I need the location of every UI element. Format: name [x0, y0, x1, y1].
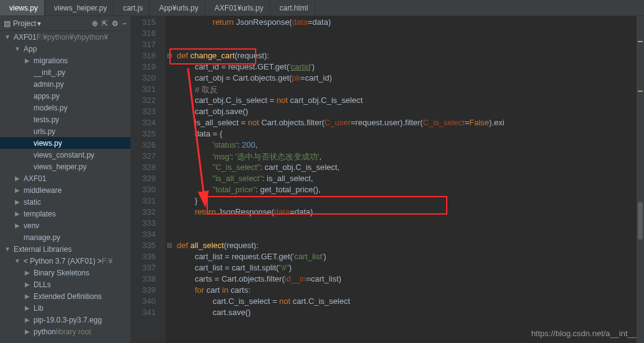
tree-twistie[interactable]: ▼ [4, 33, 11, 40]
tree-item-DLLs[interactable]: ▶DLLs [0, 278, 130, 290]
code-line[interactable]: for cart in carts: [177, 285, 251, 295]
code-line[interactable]: 'msg': '选中与否状态改变成功', [177, 151, 321, 163]
tab-cart-html[interactable]: Hcart.html [271, 0, 315, 16]
code-line[interactable]: cart_obj.C_is_select = not cart_obj.C_is… [177, 96, 363, 105]
tree-item-AXF01[interactable]: ▶AXF01 [0, 172, 130, 184]
tab-cart-js[interactable]: JScart.js [114, 0, 150, 16]
project-tree[interactable]: ▼AXF01 F:¥python¥yhpython¥▼App▶migration… [0, 31, 130, 343]
tree-twistie[interactable]: ▼ [14, 45, 21, 52]
tree-item-templates[interactable]: ▶templates [0, 208, 130, 220]
tree-label: views_constant.py [34, 151, 94, 159]
line-number: 341 [131, 308, 156, 317]
tab-App-urls-py[interactable]: PYApp¥urls.py [150, 0, 205, 16]
scroll-thumb[interactable] [638, 202, 643, 239]
tree-twistie[interactable]: ▶ [24, 293, 31, 300]
collapse-icon[interactable]: ⇱ [102, 19, 108, 28]
tree-label: Extended Definitions [34, 292, 102, 301]
code-line[interactable]: cart_list = cart_list.split("#") [177, 263, 292, 272]
tab-views_heiper-py[interactable]: PYviews_heiper.py [45, 0, 114, 16]
highlight-box-1 [169, 48, 256, 65]
tree-label: DLLs [34, 280, 51, 289]
tree-suffix: F:¥python¥yhpython¥ [37, 33, 108, 42]
tree-item-apps-py[interactable]: PYapps.py [0, 90, 130, 102]
tree-twistie[interactable]: ▶ [14, 198, 21, 205]
tree-twistie[interactable]: ▶ [14, 187, 21, 194]
code-line[interactable]: cart.save() [177, 308, 251, 317]
line-number: 340 [131, 296, 156, 306]
fold-icon[interactable]: ⊟ [167, 242, 174, 249]
code-line[interactable]: cart_obj.save() [177, 107, 248, 116]
code-line[interactable]: def all_select(request): [177, 241, 259, 250]
tree-item-__init_-py[interactable]: PY__init_.py [0, 66, 130, 78]
line-number: 336 [131, 252, 156, 261]
tree-twistie[interactable]: ▶ [24, 316, 31, 323]
code-line[interactable]: data = { [177, 129, 222, 138]
line-number: 318 [131, 51, 156, 60]
tree-item---Python-3-7--AXF01---[interactable]: ▼< Python 3.7 (AXF01) > F:¥ [0, 255, 130, 267]
code-line[interactable]: "is_all_select": is_all_select, [177, 174, 313, 183]
code-line[interactable]: cart_list = request.GET.get('cart_list') [177, 252, 326, 261]
code-line[interactable]: # 取反 [177, 84, 218, 96]
tree-item-migrations[interactable]: ▶migrations [0, 55, 130, 66]
tree-twistie[interactable]: ▶ [24, 305, 31, 311]
tree-item-Binary-Skeletons[interactable]: ▶Binary Skeletons [0, 267, 130, 278]
tree-twistie[interactable]: ▶ [14, 210, 21, 217]
tree-item-models-py[interactable]: PYmodels.py [0, 102, 130, 114]
tree-item-AXF01[interactable]: ▼AXF01 F:¥python¥yhpython¥ [0, 31, 130, 43]
hide-icon[interactable]: − [122, 19, 127, 28]
code-line[interactable]: 'status': 200, [177, 140, 257, 149]
tree-item-views_heiper-py[interactable]: PYviews_heiper.py [0, 161, 130, 172]
line-number: 323 [131, 107, 156, 116]
gear-icon[interactable]: ⚙ [112, 19, 119, 28]
target-icon[interactable]: ⊕ [92, 19, 98, 28]
tree-item-Lib[interactable]: ▶Lib [0, 302, 130, 314]
tree-item-views-py[interactable]: PYviews.py [0, 137, 130, 149]
tree-label: manage.py [24, 233, 60, 242]
tree-label: admin.py [34, 80, 64, 89]
tree-item-admin-py[interactable]: PYadmin.py [0, 78, 130, 90]
code-editor[interactable]: 3153163173183193203213223233243253263273… [131, 16, 644, 343]
tree-twistie[interactable]: ▶ [14, 175, 21, 182]
tree-item-Extended-Definitions[interactable]: ▶Extended Definitions [0, 290, 130, 302]
code-line[interactable]: } [177, 196, 197, 205]
line-number: 331 [131, 196, 156, 205]
tree-item-views_constant-py[interactable]: PYviews_constant.py [0, 149, 130, 161]
tree-label: pip-19.0.3-py3.7.egg [34, 316, 102, 324]
tree-label: App [24, 45, 37, 53]
tree-twistie[interactable]: ▼ [4, 246, 11, 252]
tree-item-manage-py[interactable]: PYmanage.py [0, 231, 130, 243]
code-line[interactable]: cart.C_is_select = not cart.C_is_select [177, 296, 350, 306]
tree-twistie[interactable]: ▼ [14, 257, 21, 264]
tree-item-tests-py[interactable]: PYtests.py [0, 114, 130, 125]
tree-label: static [24, 198, 41, 207]
code-line[interactable]: is_all_select = not Cart.objects.filter(… [177, 118, 504, 127]
tree-label: templates [24, 210, 56, 218]
tree-item-urls-py[interactable]: PYurls.py [0, 125, 130, 137]
tree-item-pip-19-0-3-py3-7-egg[interactable]: ▶pip-19.0.3-py3.7.egg [0, 314, 130, 326]
project-header[interactable]: ▤ Project ▾ ⊕ ⇱ ⚙ − [0, 16, 130, 31]
code-line[interactable]: return JsonResponse(data=data) [177, 17, 331, 27]
watermark: https://blog.csdn.net/a__int__ [531, 329, 637, 338]
tree-label: Binary Skeletons [34, 269, 89, 277]
tree-item-venv[interactable]: ▶venv [0, 220, 130, 231]
tree-twistie[interactable]: ▶ [24, 269, 31, 276]
tree-item-static[interactable]: ▶static [0, 196, 130, 208]
project-panel: ▤ Project ▾ ⊕ ⇱ ⚙ − ▼AXF01 F:¥python¥yhp… [0, 16, 131, 343]
tree-twistie[interactable]: ▶ [14, 222, 21, 229]
tree-twistie[interactable]: ▶ [24, 328, 31, 335]
tab-AXF01-urls-py[interactable]: PYAXF01¥urls.py [205, 0, 271, 16]
scrollbar[interactable] [637, 16, 644, 343]
tab-views-py[interactable]: PYviews.py [0, 0, 45, 16]
tree-item-python[interactable]: ▶python library root [0, 326, 130, 337]
tree-item-App[interactable]: ▼App [0, 43, 130, 55]
tree-twistie[interactable]: ▶ [24, 281, 31, 288]
tree-item-External-Libraries[interactable]: ▼External Libraries [0, 243, 130, 255]
code-line[interactable]: "total_price": get_total_price(), [177, 185, 321, 194]
code-line[interactable]: "C_is_select": cart_obj.C_is_select, [177, 163, 339, 172]
tree-label: views_heiper.py [34, 163, 86, 171]
tree-twistie[interactable]: ▶ [24, 57, 31, 64]
chevron-down-icon[interactable]: ▾ [37, 19, 41, 28]
code-line[interactable]: cart_obj = Cart.objects.get(pk=cart_id) [177, 73, 332, 82]
code-line[interactable]: carts = Cart.objects.filter(id__in=cart_… [177, 274, 341, 283]
tree-item-middleware[interactable]: ▶middleware [0, 184, 130, 196]
